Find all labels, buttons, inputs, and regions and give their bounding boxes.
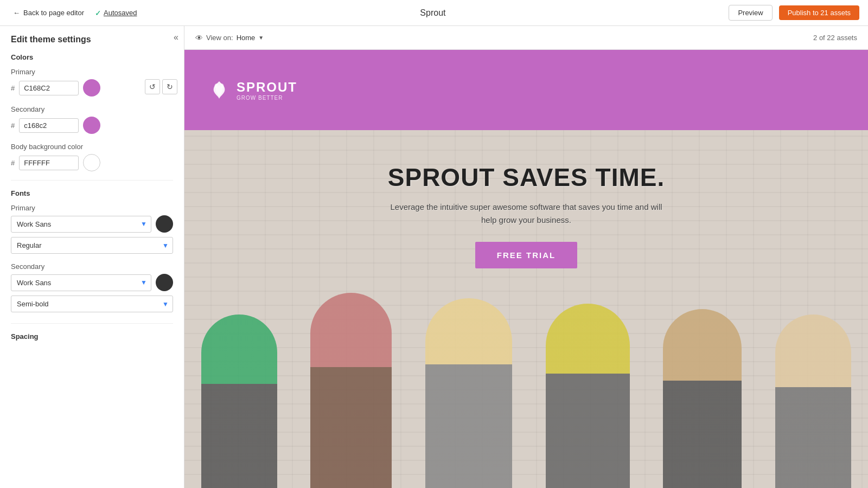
preview-frame: SPROUT GROW BETTER (184, 50, 868, 488)
primary-font-select-wrapper: Work Sans Roboto Open Sans Lato ▼ (11, 216, 151, 233)
right-panel: 👁 View on: Home ▼ 2 of 22 assets (184, 26, 868, 488)
back-button-label: Back to page editor (23, 9, 84, 17)
logo-name: SPROUT (237, 80, 297, 95)
topbar-left: ← Back to page editor ✓ Autosaved (9, 7, 137, 19)
hero-title: SPROUT SAVES TIME. (388, 163, 665, 192)
secondary-font-color-swatch[interactable] (156, 274, 173, 291)
person-1 (201, 314, 277, 488)
autosaved-label: Autosaved (104, 9, 137, 17)
secondary-color-swatch[interactable] (83, 117, 100, 134)
redo-button[interactable]: ↻ (162, 79, 177, 94)
site-header: SPROUT GROW BETTER (184, 50, 868, 130)
panel-content: Edit theme settings ↺ ↻ Colors Primary # (0, 26, 184, 356)
back-to-editor-button[interactable]: ← Back to page editor (9, 7, 88, 19)
view-bar: 👁 View on: Home ▼ 2 of 22 assets (184, 26, 868, 50)
fonts-section-label: Fonts (11, 189, 173, 197)
primary-color-swatch[interactable] (83, 79, 100, 97)
view-on-label: View on: (206, 34, 233, 42)
secondary-color-input[interactable] (19, 118, 79, 133)
hero-content: SPROUT SAVES TIME. Leverage the intuitiv… (184, 130, 868, 268)
assets-count: 2 of 22 assets (813, 34, 857, 42)
double-chevron-icon: « (174, 33, 178, 42)
secondary-font-select-wrapper: Work Sans Roboto Open Sans Lato ▼ (11, 274, 151, 291)
primary-font-group: Primary Work Sans Roboto Open Sans Lato … (11, 204, 173, 254)
secondary-color-group: Secondary # (11, 105, 173, 134)
body-bg-color-group: Body background color # (11, 143, 173, 171)
secondary-font-select-row: Work Sans Roboto Open Sans Lato ▼ (11, 274, 173, 291)
body-bg-color-swatch[interactable] (83, 154, 100, 171)
publish-button[interactable]: Publish to 21 assets (779, 5, 859, 20)
autosaved-indicator: ✓ Autosaved (95, 9, 137, 17)
person-5 (663, 309, 742, 488)
secondary-font-label: Secondary (11, 262, 173, 271)
body-bg-color-label: Body background color (11, 143, 173, 151)
fonts-spacing-divider (11, 323, 173, 324)
colors-fonts-divider (11, 180, 173, 181)
logo-area: SPROUT GROW BETTER (206, 77, 297, 103)
chevron-left-icon: ← (13, 9, 20, 17)
hero-cta-button[interactable]: FREE TRIAL (475, 242, 577, 268)
undo-redo-group: ↺ ↻ (145, 79, 177, 94)
topbar-center: Sprout (420, 8, 445, 18)
hash-prefix-primary: # (11, 84, 15, 92)
logo-tagline: GROW BETTER (237, 95, 297, 101)
person-3 (425, 298, 512, 488)
secondary-font-group: Secondary Work Sans Roboto Open Sans Lat… (11, 262, 173, 312)
primary-color-input[interactable] (19, 81, 79, 95)
primary-font-color-swatch[interactable] (156, 215, 173, 233)
eye-icon: 👁 (195, 34, 203, 42)
collapse-panel-button[interactable]: « (174, 33, 178, 42)
logo-text-group: SPROUT GROW BETTER (237, 80, 297, 101)
secondary-color-input-row: # (11, 117, 173, 134)
person-6 (775, 314, 851, 488)
secondary-font-weight-row: Semi-bold Regular Bold Light ▼ (11, 296, 173, 312)
main-layout: « Edit theme settings ↺ ↻ Colors Primary… (0, 26, 868, 488)
colors-section: Colors Primary # Secondary # (11, 53, 173, 171)
person-4 (546, 304, 630, 488)
website-preview: SPROUT GROW BETTER (184, 50, 868, 488)
hash-prefix-body-bg: # (11, 159, 15, 167)
view-on-page-link[interactable]: Home (237, 34, 256, 42)
view-on-group: 👁 View on: Home ▼ (195, 34, 264, 42)
spacing-section-label: Spacing (11, 332, 173, 341)
view-caret-icon: ▼ (258, 35, 264, 41)
primary-color-label: Primary (11, 68, 173, 76)
person-2 (310, 293, 392, 488)
logo-icon (206, 77, 232, 103)
check-icon: ✓ (95, 9, 101, 17)
primary-font-weight-row: Regular Bold Semi-bold Light ▼ (11, 237, 173, 254)
fonts-section: Fonts Primary Work Sans Roboto Open Sans… (11, 189, 173, 341)
body-bg-color-input[interactable] (19, 156, 79, 170)
panel-title: Edit theme settings (11, 35, 173, 44)
secondary-font-weight-select[interactable]: Semi-bold Regular Bold Light (11, 296, 173, 312)
primary-font-select[interactable]: Work Sans Roboto Open Sans Lato (11, 216, 151, 233)
primary-font-label: Primary (11, 204, 173, 212)
secondary-font-select[interactable]: Work Sans Roboto Open Sans Lato (11, 274, 151, 291)
app-title: Sprout (420, 8, 445, 18)
hash-prefix-secondary: # (11, 121, 15, 130)
colors-section-label: Colors (11, 53, 173, 61)
topbar-right: Preview Publish to 21 assets (729, 5, 859, 21)
preview-button[interactable]: Preview (729, 5, 772, 21)
site-hero: SPROUT SAVES TIME. Leverage the intuitiv… (184, 130, 868, 488)
primary-font-weight-select[interactable]: Regular Bold Semi-bold Light (11, 237, 173, 254)
topbar: ← Back to page editor ✓ Autosaved Sprout… (0, 0, 868, 26)
hero-subtitle: Leverage the intuitive super awesome sof… (385, 201, 667, 227)
undo-button[interactable]: ↺ (145, 79, 160, 94)
primary-font-select-row: Work Sans Roboto Open Sans Lato ▼ (11, 215, 173, 233)
secondary-color-label: Secondary (11, 105, 173, 113)
body-bg-color-input-row: # (11, 154, 173, 171)
left-panel: « Edit theme settings ↺ ↻ Colors Primary… (0, 26, 184, 488)
